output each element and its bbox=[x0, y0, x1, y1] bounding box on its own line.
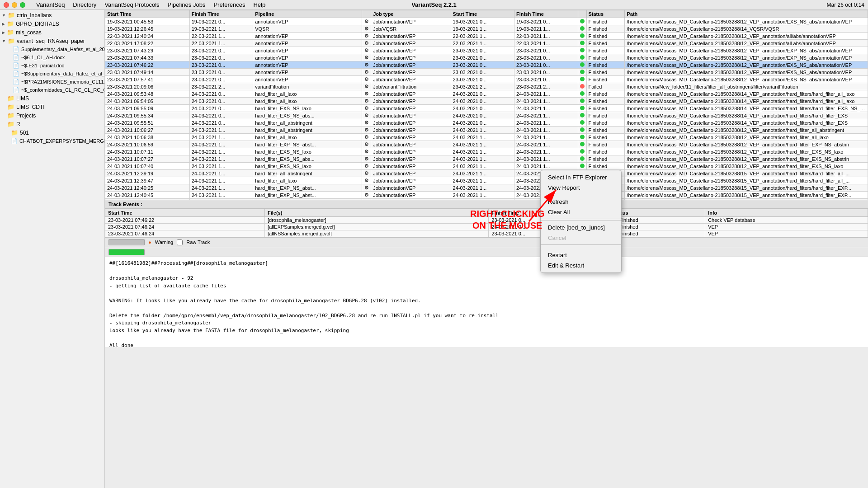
list-item[interactable]: 23-03-2021 07:46:24 [allEXPSamples.merge… bbox=[105, 224, 868, 230]
menu-variantseq[interactable]: VariantSeq bbox=[33, 0, 68, 9]
table-row[interactable]: 24-03-2021 10:06:59 24-03-2021 1... hard… bbox=[105, 141, 868, 148]
sidebar-item-501[interactable]: 📁 501 bbox=[0, 128, 104, 137]
cell-gear[interactable]: ⚙ bbox=[362, 112, 371, 119]
cell-finish2: 24-03-2021 1... bbox=[514, 98, 578, 105]
sidebar-group-gpro[interactable]: ▶ 📁 GPRO_DIGITALS bbox=[0, 19, 104, 28]
menu-pipelines[interactable]: Pipelines Jobs bbox=[164, 0, 209, 9]
table-row[interactable]: 23-03-2021 07:57:41 23-03-2021 0... anno… bbox=[105, 76, 868, 83]
cell-finish2: 24-03-2021 1... bbox=[514, 119, 578, 127]
cell-gear[interactable]: ⚙ bbox=[362, 127, 371, 134]
cell-gear[interactable]: ⚙ bbox=[362, 47, 371, 54]
raw-track-checkbox[interactable] bbox=[177, 239, 183, 245]
cell-gear[interactable]: ⚙ bbox=[362, 148, 371, 155]
cell-gear[interactable]: ⚙ bbox=[362, 25, 371, 33]
sidebar-item-conf[interactable]: 📄 ~$_conformidades_CL_RC_CL_RC_CL_RC.doc bbox=[0, 86, 104, 94]
table-row[interactable]: 24-03-2021 10:06:38 24-03-2021 1... hard… bbox=[105, 134, 868, 141]
col-finish[interactable]: Finish Time bbox=[189, 10, 253, 18]
col-jobtype[interactable]: Job type bbox=[371, 10, 451, 18]
table-row[interactable]: 24-03-2021 09:55:09 24-03-2021 0... hard… bbox=[105, 105, 868, 112]
menu-preferences[interactable]: Preferences bbox=[210, 0, 249, 9]
log-area[interactable]: ##[1616481982]##Processing##[drosophila_… bbox=[105, 257, 868, 347]
sidebar-group-miscosas[interactable]: ▶ 📁 mis_cosas bbox=[0, 28, 104, 37]
cell-gear[interactable]: ⚙ bbox=[362, 105, 371, 112]
table-row[interactable]: 24-03-2021 10:07:40 24-03-2021 1... hard… bbox=[105, 163, 868, 170]
col-pipeline[interactable]: Pipeline bbox=[253, 10, 362, 18]
cell-gear[interactable]: ⚙ bbox=[362, 61, 371, 69]
table-row[interactable]: 22-03-2021 17:08:22 22-03-2021 1... anno… bbox=[105, 40, 868, 47]
cell-gear[interactable]: ⚙ bbox=[362, 76, 371, 83]
table-row[interactable]: 23-03-2021 07:44:33 23-03-2021 0... anno… bbox=[105, 54, 868, 61]
table-row[interactable]: 24-03-2021 12:39:47 24-03-2021 1... hard… bbox=[105, 177, 868, 184]
context-menu-item[interactable] bbox=[541, 193, 621, 197]
table-row[interactable]: 23-03-2021 20:09:06 23-03-2021 2... vari… bbox=[105, 83, 868, 90]
table-row[interactable]: 24-03-2021 12:40:45 24-03-2021 1... hard… bbox=[105, 192, 868, 199]
table-row[interactable]: 22-03-2021 12:40:34 22-03-2021 1... anno… bbox=[105, 33, 868, 40]
context-menu-item[interactable]: Delete [bed_to_juncs] bbox=[541, 222, 621, 233]
context-menu-item[interactable]: Edit & Restart bbox=[541, 260, 621, 271]
context-menu-item[interactable]: View Report bbox=[541, 183, 621, 193]
context-menu-item[interactable]: Restart bbox=[541, 250, 621, 260]
table-row[interactable]: 24-03-2021 10:07:11 24-03-2021 1... hard… bbox=[105, 148, 868, 155]
cell-gear[interactable]: ⚙ bbox=[362, 54, 371, 61]
table-row[interactable]: 24-03-2021 10:06:27 24-03-2021 1... hard… bbox=[105, 127, 868, 134]
sidebar-group-rnaseq[interactable]: ▼ 📁 variant_seq_RNAseq_paper bbox=[0, 37, 104, 45]
table-row[interactable]: 23-03-2021 07:49:14 23-03-2021 0... anno… bbox=[105, 69, 868, 76]
cell-gear[interactable]: ⚙ bbox=[362, 134, 371, 141]
maximize-button[interactable] bbox=[20, 2, 25, 8]
sidebar-item-s6[interactable]: 📄 ~$6-1_CL_AH.docx bbox=[0, 53, 104, 61]
cell-gear[interactable]: ⚙ bbox=[362, 40, 371, 47]
table-row[interactable]: 24-03-2021 09:54:05 24-03-2021 0... hard… bbox=[105, 98, 868, 105]
cell-gear[interactable]: ⚙ bbox=[362, 192, 371, 199]
col-status[interactable]: Status bbox=[586, 10, 625, 18]
sidebar-item-supp[interactable]: 📄 Supplementary_data_Hafez_et_al_2021.do… bbox=[0, 45, 104, 53]
sidebar-item-projects[interactable]: 📁 Projects bbox=[0, 111, 104, 120]
cell-gear[interactable]: ⚙ bbox=[362, 141, 371, 148]
sidebar-item-e31[interactable]: 📄 ~$-E31_parcial.doc bbox=[0, 61, 104, 70]
sidebar-item-lims[interactable]: 📁 LIMS bbox=[0, 94, 104, 103]
cell-gear[interactable]: ⚙ bbox=[362, 98, 371, 105]
cell-gear[interactable]: ⚙ bbox=[362, 119, 371, 127]
cell-gear[interactable]: ⚙ bbox=[362, 33, 371, 40]
col-path[interactable]: Path bbox=[625, 10, 868, 18]
cell-gear[interactable]: ⚙ bbox=[362, 83, 371, 90]
table-row[interactable]: 23-03-2021 07:46:22 23-03-2021 0... anno… bbox=[105, 61, 868, 69]
cell-gear[interactable]: ⚙ bbox=[362, 170, 371, 177]
cell-gear[interactable]: ⚙ bbox=[362, 177, 371, 184]
cell-gear[interactable]: ⚙ bbox=[362, 155, 371, 163]
table-row[interactable]: 24-03-2021 09:55:51 24-03-2021 0... hard… bbox=[105, 119, 868, 127]
cell-gear[interactable]: ⚙ bbox=[362, 163, 371, 170]
cell-gear[interactable]: ⚙ bbox=[362, 18, 371, 25]
context-menu-item[interactable] bbox=[541, 246, 621, 250]
table-row[interactable]: 24-03-2021 10:07:27 24-03-2021 1... hard… bbox=[105, 155, 868, 163]
table-row[interactable]: 24-03-2021 12:40:25 24-03-2021 1... hard… bbox=[105, 184, 868, 192]
col-finish2[interactable]: Finish Time bbox=[514, 10, 578, 18]
minimize-button[interactable] bbox=[12, 2, 17, 8]
sidebar-group-ctrio[interactable]: ▼ 📁 ctrio_Inbalians bbox=[0, 11, 104, 19]
sidebar-item-limscdti[interactable]: 📁 LIMS_CDTI bbox=[0, 103, 104, 111]
table-row[interactable]: 24-03-2021 12:39:19 24-03-2021 1... hard… bbox=[105, 170, 868, 177]
close-button[interactable] bbox=[4, 2, 9, 8]
context-menu-item[interactable]: Refresh bbox=[541, 197, 621, 207]
table-row[interactable]: 19-03-2021 00:45:53 19-03-2021 0... anno… bbox=[105, 18, 868, 25]
cell-gear[interactable]: ⚙ bbox=[362, 90, 371, 98]
context-menu-item[interactable]: Select In FTP Explorer bbox=[541, 172, 621, 183]
col-start2[interactable]: Start Time bbox=[451, 10, 514, 18]
sidebar-item-pra[interactable]: 📄 ~$PRA21MISIONES_memoria_CL11.docx bbox=[0, 78, 104, 86]
jobs-table-container[interactable]: Start Time Finish Time Pipeline Job type… bbox=[105, 10, 868, 200]
menu-help[interactable]: Help bbox=[250, 0, 269, 9]
list-item[interactable]: 23-03-2021 07:46:22 [drosophila_melanoga… bbox=[105, 217, 868, 224]
table-row[interactable]: 24-03-2021 09:53:48 24-03-2021 0... hard… bbox=[105, 90, 868, 98]
sidebar-item-supp2[interactable]: 📄 ~$Supplementary_data_Hafez_et_al_2021.… bbox=[0, 70, 104, 78]
cell-gear[interactable]: ⚙ bbox=[362, 69, 371, 76]
cell-gear[interactable]: ⚙ bbox=[362, 184, 371, 192]
list-item[interactable]: 23-03-2021 07:46:24 [allNSSamples.merged… bbox=[105, 230, 868, 237]
table-row[interactable]: 24-03-2021 09:55:34 24-03-2021 0... hard… bbox=[105, 112, 868, 119]
sidebar-item-chatbot[interactable]: 📄 CHATBOT_EXPERPSYSTEM_MERGED.docx bbox=[0, 137, 104, 145]
sidebar-item-r[interactable]: 📁 R bbox=[0, 120, 104, 128]
col-start[interactable]: Start Time bbox=[105, 10, 190, 18]
menu-protocols[interactable]: VariantSeq Protocols bbox=[101, 0, 163, 9]
menu-directory[interactable]: Directory bbox=[69, 0, 100, 9]
table-row[interactable]: 19-03-2021 12:26:45 19-03-2021 1... VQSR… bbox=[105, 25, 868, 33]
context-menu-item[interactable]: Clear All bbox=[541, 207, 621, 217]
table-row[interactable]: 23-03-2021 07:43:29 23-03-2021 0... anno… bbox=[105, 47, 868, 54]
